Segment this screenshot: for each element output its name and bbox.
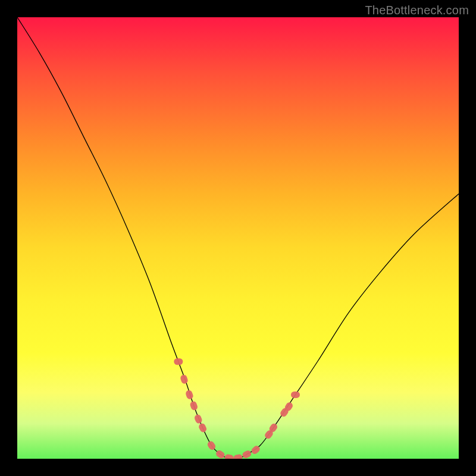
- curve-marker: [291, 392, 300, 398]
- watermark-label: TheBottleneck.com: [365, 4, 469, 17]
- curve-marker: [233, 454, 243, 459]
- curve-marker: [180, 374, 189, 385]
- marker-group: [174, 358, 300, 459]
- curve-marker: [185, 389, 194, 400]
- bottleneck-curve: [17, 17, 459, 459]
- curve-marker: [193, 414, 203, 424]
- curve-marker: [198, 422, 208, 433]
- curve-marker: [242, 449, 252, 459]
- curve-marker: [224, 454, 234, 459]
- curve-marker: [215, 449, 226, 459]
- curve-marker: [174, 358, 183, 365]
- chart-overlay: [17, 17, 459, 459]
- curve-marker: [189, 400, 198, 411]
